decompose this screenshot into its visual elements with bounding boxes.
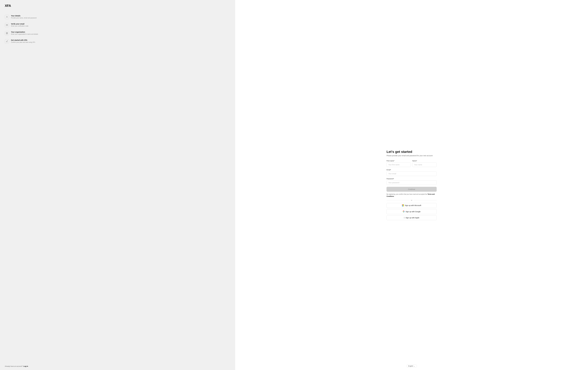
step-verify-email: Verify your email Enter your verificatio… xyxy=(5,23,230,27)
step-your-organization-title: Your organization xyxy=(11,31,38,33)
steps-list: Your details Provide your name, email an… xyxy=(5,15,230,44)
apple-label: Sign up with Apple xyxy=(406,217,419,219)
step-your-details: Your details Provide your name, email an… xyxy=(5,15,230,19)
first-name-label: First name* xyxy=(387,160,411,162)
step-your-organization: Your organization Enter your organizatio… xyxy=(5,31,230,35)
divider-line-right xyxy=(414,200,437,200)
last-name-label: Name* xyxy=(412,160,437,162)
step-get-started-title: Get started with XFA xyxy=(11,39,35,41)
apple-icon:  xyxy=(404,217,405,219)
step-verify-email-title: Verify your email xyxy=(11,23,28,25)
xfa-logo: XFA xyxy=(5,4,230,8)
already-account-text: Already have an account? xyxy=(5,365,23,367)
google-signup-button[interactable]: Sign up with Google xyxy=(387,209,437,214)
email-input[interactable] xyxy=(387,171,437,176)
password-group: Password* xyxy=(387,178,437,185)
step-get-started: Get started with XFA Confirm your plan a… xyxy=(5,39,230,44)
microsoft-icon xyxy=(402,205,404,206)
microsoft-signup-button[interactable]: Sign up with Microsoft xyxy=(387,203,437,208)
step-your-organization-subtitle: Enter your organization's name and detai… xyxy=(11,33,38,35)
signup-form: Let's get started Please provide your em… xyxy=(387,150,437,220)
first-name-group: First name* xyxy=(387,160,411,167)
svg-point-0 xyxy=(7,16,7,17)
terms-prefix: By registering, you confirm that you hav… xyxy=(387,193,428,195)
login-link[interactable]: Log in xyxy=(23,365,28,367)
name-row: First name* Name* xyxy=(387,160,437,167)
google-icon xyxy=(403,210,405,213)
pencil-icon xyxy=(5,39,9,44)
mail-icon xyxy=(5,23,9,27)
building-icon xyxy=(5,31,9,35)
step-your-details-title: Your details xyxy=(11,15,37,17)
right-panel: Let's get started Please provide your em… xyxy=(235,0,588,370)
last-name-group: Name* xyxy=(412,160,437,167)
language-selector[interactable]: English ⌄ xyxy=(406,364,417,368)
google-label: Sign up with Google xyxy=(406,211,420,213)
step-verify-email-content: Verify your email Enter your verificatio… xyxy=(11,23,28,27)
divider-text: or xyxy=(411,199,412,201)
password-label: Password* xyxy=(387,178,437,180)
step-get-started-content: Get started with XFA Confirm your plan a… xyxy=(11,39,35,43)
continue-button[interactable]: Continue xyxy=(387,187,437,192)
left-panel: XFA Your details Provide your name, emai… xyxy=(0,0,235,370)
step-your-details-subtitle: Provide your name, email and password xyxy=(11,17,37,19)
last-name-input[interactable] xyxy=(412,163,437,167)
password-input[interactable] xyxy=(387,180,437,185)
step-your-organization-content: Your organization Enter your organizatio… xyxy=(11,31,38,35)
svg-rect-2 xyxy=(6,32,8,34)
email-label: Email* xyxy=(387,169,437,171)
chevron-down-icon: ⌄ xyxy=(414,365,415,367)
divider-line-left xyxy=(387,200,410,200)
apple-signup-button[interactable]:  Sign up with Apple xyxy=(387,215,437,220)
step-get-started-subtitle: Confirm your plan and start using XFA xyxy=(11,42,35,43)
terms-text: By registering, you confirm that you hav… xyxy=(387,193,437,197)
form-subheading: Please provide your email and password f… xyxy=(387,155,437,157)
bottom-bar: Already have an account? Log in xyxy=(5,365,28,367)
first-name-input[interactable] xyxy=(387,163,411,167)
language-label: English xyxy=(408,365,413,367)
step-verify-email-subtitle: Enter your verification code xyxy=(11,25,28,27)
divider: or xyxy=(387,199,437,201)
step-your-details-content: Your details Provide your name, email an… xyxy=(11,15,37,19)
email-group: Email* xyxy=(387,169,437,176)
microsoft-label: Sign up with Microsoft xyxy=(405,205,421,206)
form-heading: Let's get started xyxy=(387,150,437,154)
person-icon xyxy=(5,15,9,19)
